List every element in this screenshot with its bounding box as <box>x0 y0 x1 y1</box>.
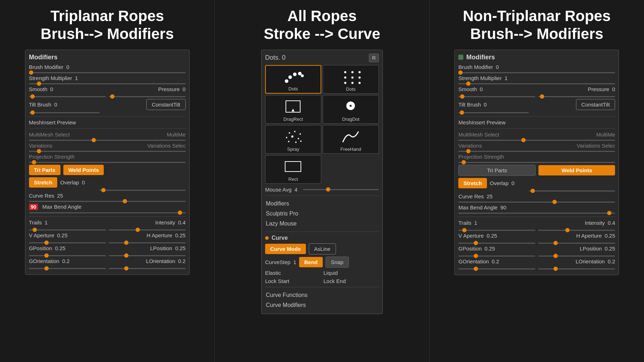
max-bend-slider[interactable] <box>29 212 186 213</box>
r-gpos-lpos-row: GPosition 0.25 LPosition 0.25 <box>458 246 615 252</box>
mesh-insert-row: MeshInsert Preview <box>29 119 186 125</box>
stretch-btn[interactable]: Stretch <box>29 177 58 188</box>
brush-spray[interactable]: Spray <box>265 125 321 154</box>
svg-point-17 <box>350 105 352 107</box>
brush-drag-dot[interactable]: DragDot <box>323 95 379 124</box>
svg-point-3 <box>298 72 302 75</box>
multimesh-row: MultiMesh Select MultiMe <box>29 132 186 138</box>
tilt-brush-row: Tilt Brush 0 ConstantTilt <box>29 99 186 110</box>
r-max-bend-slider[interactable] <box>458 213 615 214</box>
as-line-btn[interactable]: AsLine <box>309 243 336 254</box>
bend-btn[interactable]: Bend <box>299 257 323 267</box>
lazy-mouse-menu-item[interactable]: Lazy Mouse <box>265 219 379 229</box>
multimesh-slider[interactable] <box>29 140 186 141</box>
r-h-aperture-val: 0.25 <box>605 233 615 239</box>
tilt-brush-slider[interactable] <box>29 112 99 113</box>
snap-btn[interactable]: Snap <box>326 257 349 268</box>
multimesh-select-label: MultiMesh Select <box>29 132 70 138</box>
modifiers-menu-item[interactable]: Modifiers <box>265 199 379 209</box>
mesh-insert-label: MeshInsert Preview <box>29 119 76 125</box>
rect-icon <box>282 159 304 174</box>
variations-slider[interactable] <box>29 151 186 152</box>
r-smooth-val: 0 <box>480 86 483 92</box>
r-variations-label: Variations <box>458 143 482 149</box>
strength-multiplier-slider[interactable] <box>29 83 186 84</box>
gposition-slider[interactable] <box>29 255 106 256</box>
curve-mode-btn[interactable]: Curve Mode <box>265 244 306 254</box>
r-strength-slider[interactable] <box>458 83 615 84</box>
r-button[interactable]: R <box>369 54 379 62</box>
brush-modifier-slider[interactable] <box>29 72 186 73</box>
divider-mid-3 <box>265 287 379 287</box>
tri-parts-btn[interactable]: Tri Parts <box>29 165 60 175</box>
r-h-aperture-label: H Aperture <box>576 233 602 239</box>
left-title: Triplanar Ropes Brush--> Modifiers <box>41 7 174 43</box>
weld-points-btn[interactable]: Weld Points <box>63 165 104 175</box>
curve-res-slider[interactable] <box>29 201 186 202</box>
curve-functions-label[interactable]: Curve Functions <box>265 290 379 300</box>
constant-tilt-btn[interactable]: ConstantTilt <box>146 99 185 110</box>
r-smooth-slider[interactable] <box>458 96 535 97</box>
brush-freehand[interactable]: FreeHand <box>323 125 379 154</box>
r-intensity-slider[interactable] <box>538 230 615 231</box>
mouse-avg-slider[interactable] <box>303 189 379 190</box>
r-mesh-insert-label: MeshInsert Preview <box>458 119 506 125</box>
svg-point-23 <box>298 138 299 139</box>
brush-dots-grid[interactable]: Dots <box>323 65 379 94</box>
curve-modifiers-label[interactable]: Curve Modifiers <box>265 300 379 310</box>
r-projection-slider[interactable] <box>458 162 615 163</box>
r-intensity-val: 0.4 <box>608 220 615 226</box>
r-curve-res-slider[interactable] <box>458 202 615 203</box>
r-h-aperture-slider[interactable] <box>538 243 615 244</box>
stretch-overlap-row: Stretch Overlap 0 <box>29 177 186 188</box>
r-v-aperture-slider[interactable] <box>458 243 535 244</box>
r-overlap-val: 0 <box>512 180 514 186</box>
middle-title: All Ropes Stroke --> Curve <box>264 7 380 43</box>
brush-drag-rect[interactable]: DragRect <box>265 95 321 124</box>
r-gorientation-slider[interactable] <box>458 268 535 269</box>
lorientation-slider[interactable] <box>109 268 186 269</box>
r-smooth-pressure-row: Smooth 0 Pressure 0 <box>458 86 615 92</box>
trails-slider[interactable] <box>29 229 106 230</box>
svg-point-18 <box>289 132 290 134</box>
r-tri-parts-btn[interactable]: Tri Parts <box>458 165 536 176</box>
r-variations-slider[interactable] <box>458 151 615 152</box>
r-divider-2 <box>458 128 615 129</box>
r-tilt-slider[interactable] <box>458 112 529 113</box>
lposition-slider[interactable] <box>109 255 186 256</box>
r-lposition-slider[interactable] <box>538 256 615 257</box>
gorientation-label: GOrientation <box>29 258 59 264</box>
left-column: Triplanar Ropes Brush--> Modifiers Modif… <box>0 0 215 362</box>
svg-point-5 <box>344 71 346 73</box>
r-overlap-slider[interactable] <box>529 190 615 192</box>
sculptris-menu-item[interactable]: Sculptris Pro <box>265 209 379 219</box>
r-trails-slider[interactable] <box>458 230 535 231</box>
r-weld-points-btn[interactable]: Weld Points <box>538 165 615 175</box>
r-multimesh-select-label: MultiMesh Select <box>458 132 499 138</box>
r-pressure-val: 0 <box>612 86 615 92</box>
r-brush-modifier-slider[interactable] <box>458 72 615 73</box>
h-aperture-slider[interactable] <box>109 242 186 243</box>
r-mesh-insert-row: MeshInsert Preview <box>458 119 615 125</box>
r-gposition-slider[interactable] <box>458 256 535 257</box>
r-lorientation-label: LOrientation <box>576 258 605 264</box>
svg-point-21 <box>286 137 287 138</box>
brush-dots-arc[interactable]: Dots <box>265 65 321 94</box>
overlap-slider[interactable] <box>99 190 186 191</box>
r-multimesh-slider[interactable] <box>458 140 615 141</box>
gorientation-slider[interactable] <box>29 268 106 269</box>
projection-strength-slider[interactable] <box>29 162 186 163</box>
intensity-slider[interactable] <box>109 229 186 230</box>
svg-point-22 <box>291 135 293 138</box>
r-pressure-slider[interactable] <box>538 96 615 97</box>
r-lorientation-slider[interactable] <box>538 268 615 269</box>
r-stretch-btn[interactable]: Stretch <box>458 178 487 188</box>
smooth-slider[interactable] <box>29 96 106 97</box>
r-constant-tilt-btn[interactable]: ConstantTilt <box>576 99 615 110</box>
brush-rect[interactable]: Rect <box>265 155 321 184</box>
curve-res-row: Curve Res 25 <box>29 193 186 199</box>
v-aperture-slider[interactable] <box>29 242 106 243</box>
pressure-slider[interactable] <box>109 96 186 97</box>
pressure-label: Pressure <box>158 86 180 92</box>
left-title-line1: Triplanar Ropes <box>50 8 164 24</box>
